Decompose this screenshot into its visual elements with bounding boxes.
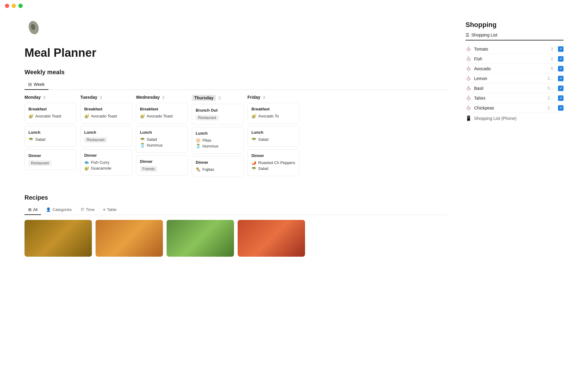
wednesday-breakfast-type: Breakfast [140,107,184,111]
recipes-tabs: ⊞ All 👤 Categories ⏱ Time ≡ Table [24,205,447,215]
main-container: Meal Planner Weekly meals ⊟ Week Monday … [0,12,588,257]
close-button[interactable] [5,4,9,8]
thursday-lunch-card: Lunch 🫓 Pitas 🫙 Hummus [192,127,244,154]
phone-list-item[interactable]: 📱 Shopping List (Phone) [466,113,564,124]
avocado-qty: 5 [551,66,553,71]
thursday-brunch-type: Brunch Out [196,108,240,113]
app-logo [24,18,43,36]
thursday-brunch-tag: Restaurant [196,115,219,121]
day-thursday-count: 3 [218,96,221,100]
tab-recipes-all[interactable]: ⊞ All [24,205,41,215]
tuesday-breakfast-item1: 🥑 Avocado Toast [84,114,128,118]
day-monday: Monday 3 Breakfast 🥑 Avocado Toast Lunch [24,95,77,179]
weekly-meals-tabs: ⊟ Week [24,79,447,90]
fish-checkbox[interactable] [558,56,564,62]
categories-icon: 👤 [46,207,51,212]
fish-qty: 2 [551,56,553,61]
recipe-image-3[interactable] [167,220,234,257]
day-monday-name: Monday [24,95,41,100]
avocado-checkbox[interactable] [558,66,564,71]
avocado-name: Avocado [474,66,548,71]
shopping-title: Shopping [466,21,564,29]
wednesday-lunch-item2: 🫙 Hummus [140,143,184,148]
recipe-image-2[interactable] [96,220,163,257]
fajitas-icon: 🌯 [196,167,201,172]
wednesday-lunch-card: Lunch 🥗 Salad 🫙 Hummus [136,126,188,153]
basil-name: Basil [474,86,545,91]
thursday-dinner-item1: 🌯 Fajitas [196,167,240,172]
wednesday-lunch-item1: 🥗 Salad [140,137,184,142]
tahini-checkbox[interactable] [558,95,564,101]
recipe-image-4[interactable] [238,220,305,257]
salad-icon: 🥗 [140,137,145,142]
tomato-icon: 🧄 [466,46,472,52]
friday-dinner-type: Dinner [251,153,296,158]
chickpeas-qty: 2... [548,105,553,110]
maximize-button[interactable] [18,4,23,8]
shopping-item-lemon: 🧄 Lemon 2... [466,74,564,83]
day-friday-name: Friday [247,95,260,100]
shopping-item-fish: 🧄 Fish 2 [466,54,564,64]
lemon-checkbox[interactable] [558,76,564,81]
pepper-icon: 🌶️ [251,160,256,165]
tuesday-dinner-type: Dinner [84,153,128,158]
tuesday-lunch-type: Lunch [84,130,128,135]
right-panel: Shopping ☰ Shopping List 🧄 Tomato 2 🧄 Fi… [466,12,564,257]
tomato-checkbox[interactable] [558,46,564,52]
thursday-lunch-item1: 🫓 Pitas [196,138,240,143]
recipes-title: Recipes [24,194,447,201]
tab-week[interactable]: ⊟ Week [24,79,48,90]
friday-lunch-type: Lunch [251,130,296,135]
meals-grid: Monday 3 Breakfast 🥑 Avocado Toast Lunch [24,95,447,182]
phone-list-label: Shopping List (Phone) [474,116,517,121]
monday-dinner-tag: Restaurant [28,160,51,166]
monday-lunch-card: Lunch 🥗 Salad [24,126,77,147]
fish-icon: 🐟 [84,160,89,165]
friday-dinner-card: Dinner 🌶️ Roasted Ch Peppers 🥗 Salad [247,149,300,176]
tab-recipes-table[interactable]: ≡ Table [100,205,120,215]
recipe-images [24,220,447,257]
friday-lunch-card: Lunch 🥗 Salad [247,126,300,147]
salad-icon: 🥗 [251,137,256,142]
tuesday-lunch-card: Lunch Restaurant [80,126,132,147]
wednesday-breakfast-item1: 🥑 Avocado Toast [140,114,184,118]
fish-shopping-icon: 🧄 [466,56,472,62]
tab-recipes-categories[interactable]: 👤 Categories [42,205,75,215]
list-icon: ☰ [466,33,469,37]
salad-icon: 🥗 [251,166,256,171]
thursday-lunch-type: Lunch [196,131,240,136]
tuesday-dinner-card: Dinner 🐟 Fish Curry 🥑 Guacamole [80,149,132,176]
tuesday-lunch-tag: Restaurant [84,137,107,143]
pitas-icon: 🫓 [196,138,201,143]
friday-breakfast-item1: 🥑 Avocado To [251,114,296,118]
day-tuesday-header: Tuesday 3 [80,95,132,100]
day-wednesday: Wednesday 3 Breakfast 🥑 Avocado Toast Lu… [136,95,188,179]
day-monday-header: Monday 3 [24,95,77,100]
day-wednesday-name: Wednesday [136,95,160,100]
monday-dinner-type: Dinner [28,153,73,158]
tab-recipes-time[interactable]: ⏱ Time [77,205,98,215]
avocado-icon: 🥑 [28,114,33,118]
tuesday-dinner-item1: 🐟 Fish Curry [84,160,128,165]
avocado-icon: 🥑 [84,114,89,118]
recipes-section: Recipes ⊞ All 👤 Categories ⏱ Time ≡ Tabl… [24,194,447,257]
salad-icon: 🥗 [28,137,33,142]
shopping-item-chickpeas: 🧄 Chickpeas 2... [466,103,564,113]
tuesday-breakfast-type: Breakfast [84,107,128,111]
monday-breakfast-type: Breakfast [28,107,73,111]
monday-lunch-item1: 🥗 Salad [28,137,73,142]
friday-dinner-item1: 🌶️ Roasted Ch Peppers [251,160,296,165]
monday-dinner-card: Dinner Restaurant [24,149,77,170]
tahini-qty: 2... [548,96,553,100]
minimize-button[interactable] [12,4,16,8]
recipe-image-1[interactable] [24,220,92,257]
wednesday-lunch-type: Lunch [140,130,184,135]
thursday-lunch-item2: 🫙 Hummus [196,144,240,148]
basil-checkbox[interactable] [558,86,564,91]
chickpeas-checkbox[interactable] [558,105,564,111]
shopping-item-tahini: 🧄 Tahini 2... [466,93,564,103]
day-wednesday-header: Wednesday 3 [136,95,188,100]
fish-name: Fish [474,56,548,61]
day-tuesday-name: Tuesday [80,95,97,100]
logo-area [24,12,447,40]
